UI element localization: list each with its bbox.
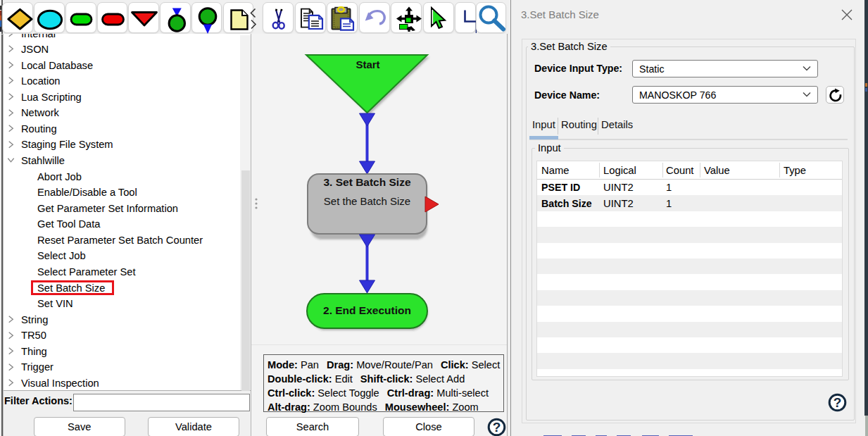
device-name-combobox[interactable]: MANOSKOP 766 bbox=[632, 86, 818, 104]
arrowhead-icon bbox=[360, 113, 375, 126]
tree-item-select-job[interactable]: Select Job bbox=[4, 248, 236, 264]
tree-item-set-vin[interactable]: Set VIN bbox=[4, 296, 236, 312]
table-empty-row[interactable] bbox=[537, 337, 842, 353]
table-empty-row[interactable] bbox=[537, 369, 842, 377]
table-header-logical[interactable]: Logical bbox=[603, 161, 636, 179]
tree-item-get-parameter-set-information[interactable]: Get Parameter Set Information bbox=[4, 201, 236, 217]
tree-item-select-parameter-set[interactable]: Select Parameter Set bbox=[4, 264, 236, 280]
table-header-type[interactable]: Type bbox=[784, 161, 806, 179]
table-header-value[interactable]: Value bbox=[704, 161, 730, 179]
table-empty-row[interactable] bbox=[537, 259, 842, 274]
toolbar-button-cut[interactable] bbox=[263, 2, 294, 33]
tab-details[interactable]: Details bbox=[601, 116, 633, 134]
toolbar-overflow-chevrons[interactable] bbox=[248, 4, 260, 32]
tab-separator bbox=[558, 118, 558, 135]
help-segment: Alt-drag: Zoom Bounds bbox=[268, 401, 377, 413]
table-empty-row[interactable] bbox=[537, 290, 842, 306]
table-empty-row[interactable] bbox=[537, 211, 842, 227]
toolbar-button-copy[interactable] bbox=[295, 2, 326, 33]
tree-item-internal[interactable]: Internal bbox=[4, 34, 236, 42]
tree-item-visual-inspection[interactable]: Visual Inspection bbox=[4, 375, 236, 391]
right-screen-edge-bottom bbox=[865, 416, 868, 436]
tree-item-label: Abort Job bbox=[37, 171, 82, 182]
tab-strip-underline bbox=[529, 139, 848, 140]
tree-item-label: Routing bbox=[21, 123, 57, 135]
toolbar-button-move-route[interactable] bbox=[391, 2, 422, 33]
splitter-handle[interactable] bbox=[254, 197, 258, 210]
tree-item-string[interactable]: String bbox=[4, 312, 236, 328]
tab-input[interactable]: Input bbox=[532, 116, 555, 134]
table-empty-row[interactable] bbox=[537, 274, 842, 289]
device-input-type-label: Device Input Type: bbox=[534, 63, 622, 74]
toolbar-button-diamond-node[interactable] bbox=[2, 2, 33, 33]
tree-item-get-tool-data[interactable]: Get Tool Data bbox=[4, 216, 236, 232]
tree-item-network[interactable]: Network bbox=[4, 105, 236, 121]
close-button[interactable]: Close bbox=[383, 417, 474, 436]
search-button[interactable]: Search bbox=[266, 417, 359, 436]
table-empty-row[interactable] bbox=[537, 306, 842, 321]
tab-routing[interactable]: Routing bbox=[561, 116, 597, 134]
tree-item-stahlwille[interactable]: Stahlwille bbox=[4, 153, 236, 169]
tree-item-lua-scripting[interactable]: Lua Scripting bbox=[4, 89, 236, 106]
table-header-name[interactable]: Name bbox=[541, 161, 569, 179]
toolbar-button-green-pill-node[interactable] bbox=[65, 2, 96, 33]
table-row[interactable]: PSET IDUINT21 bbox=[537, 180, 842, 195]
tree-item-label: Location bbox=[21, 75, 61, 87]
table-empty-row[interactable] bbox=[537, 322, 842, 337]
help-segment: Drag: Move/Route/Pan bbox=[327, 359, 433, 370]
tree-item-label: Local Database bbox=[21, 60, 93, 71]
table-empty-row[interactable] bbox=[537, 227, 842, 242]
refresh-devices-button[interactable] bbox=[826, 86, 844, 104]
help-segment: Ctrl-drag: Multi-select bbox=[387, 387, 489, 399]
toolbar-button-select-cursor[interactable] bbox=[423, 2, 454, 33]
zoom-icon bbox=[477, 3, 507, 34]
actions-tree: InternalJSONLocal DatabaseLocationLua Sc… bbox=[4, 34, 251, 391]
tree-scrollbar-thumb[interactable] bbox=[241, 170, 250, 391]
input-table[interactable]: NameLogicalCountValueTypePSET IDUINT21Ba… bbox=[536, 161, 843, 377]
tree-item-location[interactable]: Location bbox=[4, 73, 236, 89]
toolbar-button-zoom-bounds[interactable] bbox=[455, 2, 476, 33]
canvas-dialog-divider bbox=[507, 34, 508, 436]
tree-item-reset-parameter-set-batch-counter[interactable]: Reset Parameter Set Batch Counter bbox=[4, 232, 236, 249]
tree-item-trigger[interactable]: Trigger bbox=[4, 359, 236, 375]
svg-text:?: ? bbox=[493, 420, 501, 435]
table-row[interactable]: Batch SizeUINT21 bbox=[537, 195, 842, 211]
toolbar-button-input-node[interactable] bbox=[160, 2, 191, 33]
help-segment: Ctrl-click: Select Toggle bbox=[268, 387, 379, 399]
tree-item-thing[interactable]: Thing bbox=[4, 344, 236, 360]
chevron-right-icon bbox=[6, 378, 15, 387]
tree-item-label: Enable/Disable a Tool bbox=[37, 187, 137, 198]
dialog-close-icon[interactable] bbox=[841, 9, 853, 20]
table-header-count[interactable]: Count bbox=[666, 161, 694, 179]
tree-scrollbar[interactable] bbox=[240, 35, 251, 390]
filter-actions-input[interactable] bbox=[73, 394, 250, 411]
help-segment: Double-click: Edit bbox=[268, 373, 353, 385]
chevron-right-icon bbox=[251, 20, 256, 29]
device-input-type-combobox[interactable]: Static bbox=[632, 60, 818, 77]
save-button[interactable]: Save bbox=[34, 417, 125, 436]
tree-item-enable-disable-a-tool[interactable]: Enable/Disable a Tool bbox=[4, 185, 236, 201]
tree-item-set-batch-size[interactable]: Set Batch Size bbox=[4, 280, 236, 296]
canvas-help-icon[interactable]: ? bbox=[487, 418, 506, 436]
tree-item-json[interactable]: JSON bbox=[4, 42, 236, 58]
tree-item-routing[interactable]: Routing bbox=[4, 121, 236, 137]
device-name-label: Device Name: bbox=[534, 89, 600, 101]
tree-item-local-database[interactable]: Local Database bbox=[4, 57, 236, 73]
tree-item-abort-job[interactable]: Abort Job bbox=[4, 168, 236, 185]
toolbar-button-red-pill-node[interactable] bbox=[97, 2, 128, 33]
toolbar-button-output-node[interactable] bbox=[191, 2, 222, 33]
table-empty-row[interactable] bbox=[537, 243, 842, 259]
toolbar-button-triangle-node[interactable] bbox=[128, 2, 159, 33]
toolbar-button-undo[interactable] bbox=[359, 2, 390, 33]
validate-button[interactable]: Validate bbox=[148, 417, 239, 436]
toolbar-button-paste[interactable] bbox=[327, 2, 358, 33]
chevron-right-icon bbox=[6, 34, 15, 38]
tree-item-staging-file-system[interactable]: Staging File System bbox=[4, 137, 236, 153]
table-empty-row[interactable] bbox=[537, 353, 842, 368]
tree-item-label: Get Parameter Set Information bbox=[37, 203, 178, 214]
toolbar-button-ellipse-node[interactable] bbox=[34, 2, 65, 33]
toolbar-button-zoom[interactable] bbox=[476, 2, 506, 33]
tree-item-label: String bbox=[21, 314, 48, 325]
dialog-help-icon[interactable]: ? bbox=[828, 393, 847, 412]
tree-item-tr50[interactable]: TR50 bbox=[4, 328, 236, 344]
